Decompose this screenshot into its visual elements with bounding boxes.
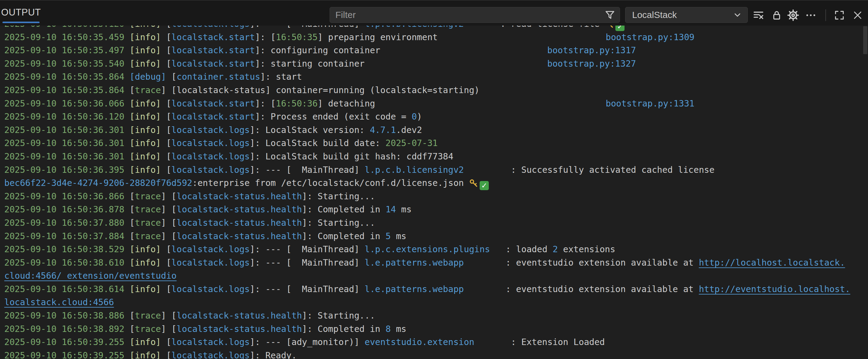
log-segment-w: extensions bbox=[558, 244, 615, 254]
log-line: bec66f22-3d4e-4274-9206-28820f76d592:ent… bbox=[4, 176, 864, 190]
log-segment-w: ]: Starting... bbox=[302, 191, 375, 201]
log-segment-mod: localstack.logs bbox=[172, 26, 250, 29]
gear-icon bbox=[787, 9, 799, 21]
log-segment-w: ]: LocalStack version: bbox=[250, 125, 370, 135]
log-segment-w: ]: --- [ MainThread] bbox=[250, 165, 365, 175]
log-line: 2025-09-10 16:50:36.120 [info] [localsta… bbox=[4, 110, 864, 124]
log-segment-mod: localstack-status.health bbox=[177, 324, 302, 334]
log-segment-num: 8 bbox=[385, 324, 391, 334]
log-segment-w: [ bbox=[166, 337, 172, 347]
log-segment-mod: localstack.logs bbox=[172, 337, 250, 347]
log-segment-w: ]: Completed in bbox=[302, 231, 385, 241]
log-line: 2025-09-10 16:50:36.395 [info] [localsta… bbox=[4, 163, 864, 177]
filter-funnel-icon bbox=[604, 9, 615, 21]
log-segment-w: ]: --- [ MainThread] bbox=[250, 258, 365, 268]
log-segment-mod: l.p.c.b.licensingv2 bbox=[365, 26, 464, 29]
log-segment-mod: eventstudio.extension bbox=[365, 337, 474, 347]
close-icon bbox=[852, 10, 863, 21]
log-segment-mod: l.e.patterns.webapp bbox=[365, 284, 464, 294]
check-emoji-icon: ✓ bbox=[615, 26, 624, 31]
log-segment-mod: container.status bbox=[177, 72, 260, 82]
log-segment-mod: localstack-status.health bbox=[177, 191, 302, 201]
log-segment-mod: localstack.start bbox=[172, 32, 255, 42]
log-segment-w: ms bbox=[391, 324, 406, 334]
source-location-link[interactable]: bootstrap.py:1317 bbox=[547, 44, 636, 57]
filter-funnel-icon[interactable] bbox=[604, 9, 616, 21]
log-segment-info: [info] bbox=[130, 351, 166, 359]
log-segment-ts: 2025-09-10 16:50:38.614 bbox=[4, 284, 130, 294]
log-segment-info: [info] bbox=[130, 32, 166, 42]
log-segment-w: ms bbox=[391, 231, 406, 241]
log-segment-w: ]: Completed in bbox=[302, 204, 385, 215]
more-actions-button[interactable] bbox=[804, 8, 818, 22]
log-segment-ts: 2025-09-10 16:50:36.301 bbox=[4, 152, 130, 162]
vertical-scrollbar-thumb[interactable] bbox=[863, 26, 867, 54]
log-segment-w: ]: configuring container bbox=[255, 45, 380, 55]
clear-output-button[interactable] bbox=[751, 8, 766, 22]
log-segment-ts: 2025-09-10 16:50:36.120 bbox=[4, 112, 130, 122]
log-segment-w: [ bbox=[166, 244, 172, 254]
log-segment-w: [ bbox=[166, 152, 172, 162]
log-line: 2025-09-10 16:50:39.255 [info] [localsta… bbox=[4, 335, 864, 349]
url-link[interactable]: cloud:4566/_extension/eventstudio bbox=[4, 271, 177, 281]
check-emoji-icon: ✓ bbox=[479, 181, 489, 190]
log-line: 2025-09-10 16:50:36.301 [info] [localsta… bbox=[4, 124, 864, 137]
log-segment-w: [ bbox=[166, 45, 172, 55]
log-segment-w: ]: Starting... bbox=[302, 311, 375, 321]
log-segment-w: ]: --- [ MainThread] bbox=[250, 244, 365, 254]
log-segment-trace: trace bbox=[135, 231, 161, 241]
log-segment-info: [info] bbox=[130, 26, 166, 29]
active-tab-indicator bbox=[2, 22, 39, 23]
log-line: 2025-09-10 16:50:37.880 [trace] [localst… bbox=[4, 216, 864, 230]
log-segment-mod: l.p.c.b.licensingv2 bbox=[365, 165, 464, 175]
log-segment-w: ]: Starting... bbox=[302, 218, 375, 228]
log-segment-ts: 2025-09-10 16:50:38.529 bbox=[4, 244, 130, 254]
log-line: localstack.cloud:4566 bbox=[4, 296, 864, 309]
source-location-link[interactable]: bootstrap.py:1331 bbox=[606, 97, 694, 110]
log-segment-info: [info] bbox=[130, 112, 166, 122]
log-segment-w: ]: --- [ady_monitor)] bbox=[250, 337, 365, 347]
output-channel-select[interactable]: LocalStack bbox=[625, 7, 748, 23]
filter-input[interactable] bbox=[335, 9, 604, 21]
log-segment-ts: 2025-09-10 16:50:35.497 bbox=[4, 45, 130, 55]
log-segment-mod: localstack-status.health bbox=[177, 231, 302, 241]
log-line: 2025-09-10 16:50:36.301 [info] [localsta… bbox=[4, 137, 864, 150]
url-link[interactable]: http://localhost.localstack. bbox=[699, 258, 845, 268]
log-segment-mod: localstack-status.health bbox=[177, 218, 302, 228]
log-segment-info: [info] bbox=[130, 165, 166, 175]
log-segment-mod: localstack.logs bbox=[172, 244, 250, 254]
log-segment-mod: localstack.logs bbox=[172, 258, 250, 268]
source-location-link[interactable]: bootstrap.py:1327 bbox=[547, 57, 636, 71]
source-location-link[interactable]: bootstrap.py:1309 bbox=[606, 31, 694, 44]
close-panel-button[interactable] bbox=[851, 8, 865, 22]
log-segment-w: [ bbox=[130, 311, 135, 321]
log-segment-w: ]: --- [ MainThread] bbox=[250, 284, 365, 294]
settings-button[interactable] bbox=[786, 8, 800, 22]
lock-button[interactable] bbox=[770, 8, 784, 22]
url-link[interactable]: localstack.cloud:4566 bbox=[4, 297, 114, 307]
log-segment-trace: trace bbox=[135, 204, 161, 215]
log-segment-num: 0 bbox=[411, 112, 417, 122]
log-segment-mod: localstack.logs bbox=[172, 152, 250, 162]
log-segment-w: [ bbox=[166, 258, 172, 268]
tab-output-label: OUTPUT bbox=[1, 7, 41, 18]
log-segment-mod: bec66f22-3d4e-4274-9206-28820f76d592 bbox=[4, 178, 192, 188]
log-segment-w: [ bbox=[166, 165, 172, 175]
log-segment-trace: trace bbox=[135, 324, 161, 334]
log-line: 2025-09-10 16:50:36.878 [trace] [localst… bbox=[4, 203, 864, 216]
log-segment-mod: localstack-status.health bbox=[177, 311, 302, 321]
log-segment-w: ]: Ready. bbox=[250, 351, 297, 359]
log-segment-mod: localstack.logs bbox=[172, 351, 250, 359]
log-segment-info: [info] bbox=[130, 244, 166, 254]
chevron-down-icon bbox=[732, 10, 743, 20]
log-segment-w: : read license file bbox=[464, 26, 605, 29]
url-link[interactable]: http://eventstudio.localhost. bbox=[699, 284, 850, 294]
log-segment-date: 2025-07-31 bbox=[385, 138, 438, 148]
tab-output[interactable]: OUTPUT bbox=[2, 1, 39, 24]
log-segment-debug: [debug] bbox=[130, 72, 172, 82]
maximize-panel-button[interactable] bbox=[832, 8, 846, 22]
log-segment-mod: localstack.logs bbox=[172, 284, 250, 294]
log-segment-trace: trace bbox=[135, 85, 161, 95]
log-segment-info: [info] bbox=[130, 45, 166, 55]
log-segment-w: ]: [ bbox=[255, 99, 276, 109]
